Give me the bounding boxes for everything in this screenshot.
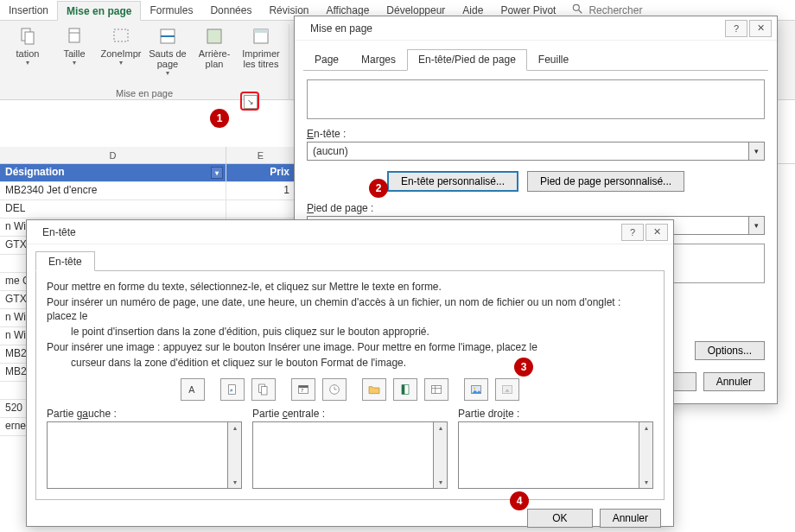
- tab-page[interactable]: Page: [303, 49, 350, 70]
- svg-rect-18: [299, 385, 308, 388]
- help-button[interactable]: ?: [725, 20, 747, 37]
- cell[interactable]: MB2340 Jet d'encre: [0, 182, 226, 200]
- orientation-icon: [17, 26, 38, 47]
- scrollbar[interactable]: ▴▾: [434, 421, 448, 489]
- svg-rect-3: [25, 32, 34, 44]
- right-section-input[interactable]: [458, 421, 639, 489]
- breaks-icon: [157, 26, 178, 47]
- chevron-down-icon[interactable]: ▾: [748, 142, 764, 160]
- search-placeholder: Rechercher: [588, 4, 642, 16]
- col-header-e[interactable]: E: [226, 147, 296, 163]
- table-header-prix[interactable]: Prix: [226, 164, 296, 182]
- svg-text:A: A: [188, 384, 195, 395]
- close-button[interactable]: ✕: [646, 224, 668, 241]
- tab-margins[interactable]: Marges: [350, 49, 407, 70]
- help-button[interactable]: ?: [621, 224, 644, 241]
- instruction-text: Pour insérer une image : appuyez sur le …: [47, 340, 653, 354]
- time-icon[interactable]: [322, 378, 347, 401]
- print-area-button[interactable]: ZoneImpr ▾: [99, 24, 143, 79]
- options-button[interactable]: Options...: [695, 341, 765, 360]
- format-picture-icon[interactable]: [495, 378, 519, 401]
- ribbon-group-name: Mise en page: [116, 88, 173, 100]
- print-area-icon: [111, 26, 131, 47]
- format-text-icon[interactable]: A: [181, 378, 205, 401]
- callout-2: 2: [369, 179, 388, 198]
- center-section-input[interactable]: [252, 421, 434, 489]
- dialog-title: En-tête: [35, 225, 83, 240]
- center-section-label: Partie centrale :: [252, 408, 448, 420]
- sheet-name-icon[interactable]: [424, 378, 448, 401]
- background-button[interactable]: Arrière-plan: [192, 24, 237, 79]
- instruction-text: Pour mettre en forme du texte, sélection…: [47, 280, 653, 294]
- scrollbar[interactable]: ▴▾: [228, 421, 242, 489]
- num-pages-icon[interactable]: [251, 378, 276, 401]
- file-name-icon[interactable]: [393, 378, 417, 401]
- tab-sheet[interactable]: Feuille: [527, 49, 580, 70]
- svg-point-0: [574, 4, 580, 10]
- file-path-icon[interactable]: [362, 378, 386, 401]
- cancel-button[interactable]: Annuler: [600, 509, 661, 528]
- orientation-button[interactable]: tation ▾: [5, 24, 50, 79]
- custom-header-button[interactable]: En-tête personnalisé...: [387, 171, 518, 192]
- custom-footer-button[interactable]: Pied de page personnalisé...: [527, 171, 684, 192]
- header-dialog: En-tête ? ✕ En-tête Pour mettre en forme…: [26, 219, 674, 527]
- table-header-designation[interactable]: Désignation▾: [0, 164, 226, 182]
- background-icon: [204, 26, 225, 47]
- page-number-icon[interactable]: #: [220, 378, 245, 401]
- chevron-down-icon: ▾: [119, 59, 123, 66]
- instruction-text: curseur dans la zone d'édition et clique…: [47, 356, 653, 370]
- instruction-text: le point d'insertion dans la zone d'édit…: [47, 325, 653, 339]
- chevron-down-icon: ▾: [73, 59, 76, 66]
- right-section-label: Partie droite :: [458, 408, 653, 420]
- left-section-label: Partie gauche :: [47, 408, 242, 420]
- chevron-down-icon: ▾: [166, 69, 169, 77]
- breaks-button[interactable]: Sauts de page ▾: [145, 24, 190, 79]
- svg-rect-24: [402, 385, 404, 395]
- svg-rect-11: [254, 29, 268, 33]
- tab-insertion[interactable]: Insertion: [0, 1, 57, 19]
- instruction-text: Pour insérer un numéro de page, une date…: [47, 295, 653, 323]
- size-button[interactable]: Taille ▾: [52, 24, 97, 79]
- print-titles-icon: [251, 26, 271, 47]
- svg-rect-4: [69, 28, 80, 42]
- svg-text:7: 7: [301, 388, 303, 393]
- tab-header-footer[interactable]: En-tête/Pied de page: [407, 49, 527, 71]
- svg-line-1: [579, 10, 582, 14]
- filter-button[interactable]: ▾: [211, 167, 223, 179]
- print-titles-button[interactable]: Imprimer les titres: [238, 24, 283, 79]
- col-header-d[interactable]: D: [0, 147, 226, 163]
- dialog-title: Mise en page: [303, 21, 379, 36]
- callout-3: 3: [514, 358, 533, 377]
- tab-donnees[interactable]: Données: [201, 1, 260, 19]
- scrollbar[interactable]: ▴▾: [639, 421, 653, 489]
- callout-1: 1: [210, 109, 229, 128]
- date-icon[interactable]: 7: [291, 378, 315, 401]
- footer-label: Pied de page :: [307, 202, 765, 214]
- svg-rect-16: [261, 387, 267, 395]
- svg-point-29: [474, 387, 476, 390]
- cell[interactable]: [226, 200, 296, 218]
- header-toolbar: A # 7: [47, 378, 653, 401]
- tab-formules[interactable]: Formules: [141, 1, 201, 19]
- close-button[interactable]: ✕: [749, 20, 772, 37]
- ok-button[interactable]: OK: [527, 509, 592, 528]
- cancel-button[interactable]: Annuler: [703, 372, 765, 391]
- svg-rect-9: [207, 29, 221, 43]
- left-section-input[interactable]: [47, 421, 228, 489]
- chevron-down-icon: ▾: [26, 59, 29, 66]
- svg-rect-6: [114, 29, 128, 41]
- tab-header-inner[interactable]: En-tête: [35, 251, 95, 271]
- header-label: En-tête :: [307, 128, 765, 140]
- size-icon: [64, 26, 85, 47]
- svg-text:#: #: [230, 388, 232, 393]
- header-combo[interactable]: (aucun) ▾: [307, 142, 765, 161]
- header-preview: [307, 79, 765, 119]
- insert-picture-icon[interactable]: [464, 378, 488, 401]
- chevron-down-icon[interactable]: ▾: [748, 217, 764, 234]
- svg-rect-25: [432, 385, 442, 393]
- cell[interactable]: DEL: [0, 200, 226, 218]
- callout-4: 4: [510, 491, 529, 510]
- tab-mise-en-page[interactable]: Mise en page: [57, 1, 141, 21]
- cell[interactable]: 1: [226, 182, 296, 200]
- dialog-launcher[interactable]: ↘: [244, 95, 258, 109]
